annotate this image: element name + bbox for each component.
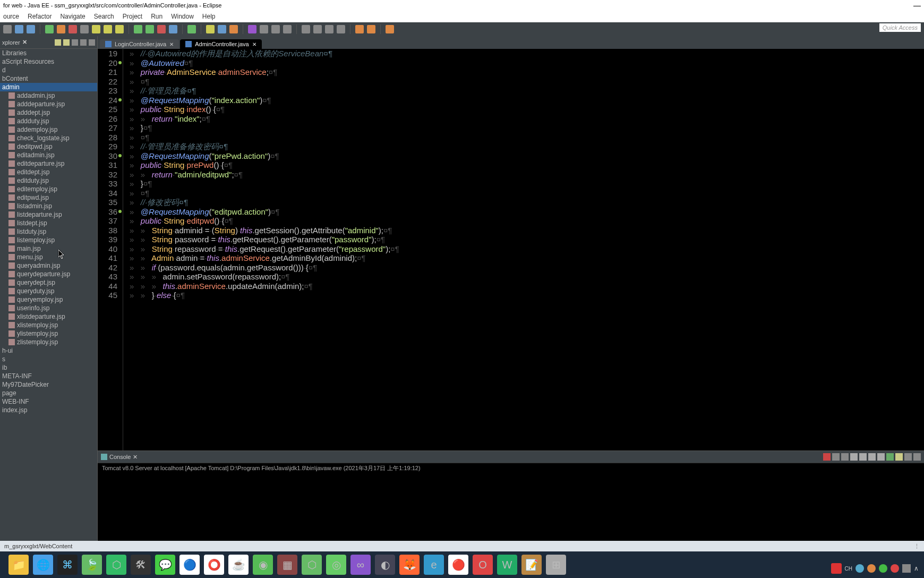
tree-item[interactable]: addemploy.jsp — [0, 125, 97, 134]
code-line[interactable]: » ¤¶ — [130, 133, 924, 142]
menu-navigate[interactable]: Navigate — [60, 13, 85, 20]
code-line[interactable]: » ¤¶ — [130, 77, 924, 87]
tree-item[interactable]: listdept.jsp — [0, 219, 97, 227]
tree-item[interactable]: listdeparture.jsp — [0, 210, 97, 219]
taskbar-java-icon[interactable]: ☕ — [228, 555, 249, 575]
override-marker-icon[interactable] — [118, 154, 122, 157]
code-line[interactable]: » » Admin·admin·=·this.adminService.getA… — [130, 253, 924, 263]
coverage-icon[interactable] — [157, 25, 166, 33]
tree-item[interactable]: s — [0, 355, 97, 363]
tray-ime-label[interactable]: CH — [845, 566, 852, 572]
console-pin-icon[interactable] — [868, 453, 876, 461]
tree-item[interactable]: main.jsp — [0, 244, 97, 253]
code-line[interactable]: » //·修改密码¤¶ — [130, 198, 924, 207]
tree-item[interactable]: addduty.jsp — [0, 117, 97, 125]
tray-wechat-icon[interactable] — [879, 564, 887, 573]
console-output[interactable] — [98, 473, 924, 551]
code-line[interactable]: » //·管理员准备修改密码¤¶ — [130, 142, 924, 151]
tree-item[interactable]: bContent — [0, 74, 97, 83]
last-edit-icon[interactable] — [283, 25, 292, 33]
code-line[interactable]: » //·@Autowired的作用是自动注入依赖的ServiceBean¤¶ — [130, 49, 924, 58]
taskbar-word-icon[interactable]: W — [497, 555, 517, 575]
step-return-icon[interactable] — [115, 25, 124, 33]
code-content[interactable]: » //·@Autowired的作用是自动注入依赖的ServiceBean¤¶»… — [123, 49, 924, 450]
run-icon[interactable] — [146, 25, 154, 33]
taskbar-chromium-icon[interactable]: ⭕ — [204, 555, 224, 575]
taskbar-vs-icon[interactable]: ∞ — [350, 555, 371, 575]
override-marker-icon[interactable] — [118, 98, 122, 101]
previous-annotation-icon[interactable] — [260, 25, 268, 33]
save-icon[interactable] — [15, 25, 23, 33]
step-over-icon[interactable] — [104, 25, 112, 33]
status-menu-icon[interactable]: ⋮ — [914, 543, 920, 550]
taskbar-spring-icon[interactable]: ⬡ — [302, 555, 322, 575]
code-line[interactable]: » }¤¶ — [130, 179, 924, 189]
collapse-all-icon[interactable] — [55, 39, 61, 46]
explorer-close-icon[interactable]: ✕ — [22, 39, 27, 46]
code-line[interactable]: » public·String·prePwd()·{¤¶ — [130, 160, 924, 170]
tray-chevron-icon[interactable]: ∧ — [914, 565, 919, 572]
taskbar-eclipse-icon[interactable]: ◐ — [375, 555, 395, 575]
code-line[interactable]: » @RequestMapping("editpwd.action")¤¶ — [130, 207, 924, 217]
terminate-icon[interactable] — [69, 25, 77, 33]
new-server-icon[interactable] — [187, 25, 196, 33]
tree-item[interactable]: xlistemploy.jsp — [0, 321, 97, 329]
tree-item[interactable]: d — [0, 66, 97, 74]
tree-item[interactable]: editdept.jsp — [0, 168, 97, 176]
code-line[interactable]: » @RequestMapping("index.action")¤¶ — [130, 96, 924, 105]
taskbar-opera-icon[interactable]: O — [473, 555, 493, 575]
view-menu-icon[interactable] — [72, 39, 78, 46]
open-type-icon[interactable] — [206, 25, 215, 33]
code-line[interactable]: » » String·password·=·this.getRequest().… — [130, 235, 924, 244]
tree-item[interactable]: ib — [0, 363, 97, 372]
taskbar-app4-icon[interactable]: 🛠 — [131, 555, 151, 575]
tree-item[interactable]: index.jsp — [0, 406, 97, 414]
tray-user-icon[interactable] — [891, 564, 899, 573]
tray-action-icon[interactable] — [902, 564, 911, 573]
console-max-icon[interactable] — [913, 453, 921, 461]
grid3-icon[interactable] — [325, 25, 333, 33]
code-line[interactable]: » //·管理员准备¤¶ — [130, 86, 924, 96]
menu-window[interactable]: Window — [171, 13, 194, 20]
tree-item[interactable]: h-ui — [0, 346, 97, 355]
taskbar-edge-icon[interactable]: e — [424, 555, 444, 575]
override-marker-icon[interactable] — [118, 210, 122, 213]
tree-item[interactable]: editadmin.jsp — [0, 151, 97, 159]
menu-refactor[interactable]: Refactor — [28, 13, 52, 20]
minimize-view-icon[interactable] — [80, 39, 87, 46]
console-close-icon[interactable]: ✕ — [133, 454, 138, 461]
editor-tab[interactable]: LoginController.java✕ — [100, 39, 179, 49]
open-task-icon[interactable] — [218, 25, 226, 33]
tree-item[interactable]: WEB-INF — [0, 397, 97, 406]
taskbar-app3-icon[interactable]: ⬡ — [106, 555, 126, 575]
tab-close-icon[interactable]: ✕ — [169, 41, 174, 47]
console-title-label[interactable]: Console — [109, 454, 131, 460]
tree-item[interactable]: aScript Resources — [0, 57, 97, 66]
disconnect-icon[interactable] — [80, 25, 89, 33]
grid1-icon[interactable] — [302, 25, 310, 33]
taskbar-app1-icon[interactable]: ⌘ — [57, 555, 78, 575]
back2-icon[interactable] — [367, 25, 375, 33]
tree-item[interactable]: check_logstate.jsp — [0, 134, 97, 142]
resume-icon[interactable] — [45, 25, 54, 33]
taskbar-wechat-icon[interactable]: 💬 — [155, 555, 175, 575]
menu-project[interactable]: Project — [123, 13, 142, 20]
console-display-icon[interactable] — [877, 453, 885, 461]
back-icon[interactable] — [355, 25, 364, 33]
taskbar-chrome2-icon[interactable]: 🔴 — [448, 555, 468, 575]
tree-item[interactable]: My97DatePicker — [0, 380, 97, 389]
taskbar-chrome-icon[interactable]: 🔵 — [179, 555, 200, 575]
editor-tab[interactable]: AdminController.java✕ — [180, 39, 262, 49]
code-line[interactable]: » » return·"index";¤¶ — [130, 114, 924, 124]
code-line[interactable]: » }¤¶ — [130, 123, 924, 133]
tree-item[interactable]: adddeparture.jsp — [0, 100, 97, 108]
tree-item[interactable]: page — [0, 389, 97, 397]
annotation-icon[interactable] — [248, 25, 256, 33]
code-line[interactable]: » » » this.adminService.updateAdmin(admi… — [130, 282, 924, 291]
tree-item[interactable]: menu.jsp — [0, 253, 97, 261]
taskbar-ie-icon[interactable]: 🌐 — [33, 555, 53, 575]
taskbar-explorer-icon[interactable]: 📁 — [8, 555, 29, 575]
console-new-icon[interactable] — [895, 453, 903, 461]
tree-item[interactable]: editduty.jsp — [0, 176, 97, 185]
taskbar-app8-icon[interactable]: 📝 — [521, 555, 542, 575]
